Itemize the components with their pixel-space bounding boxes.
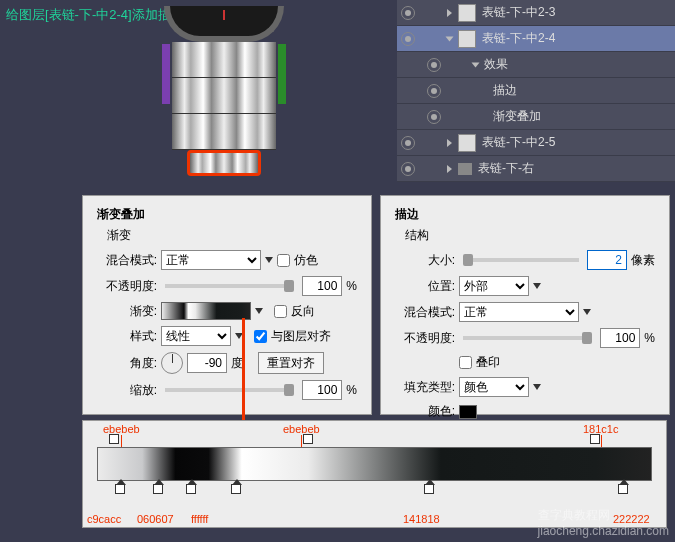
effect-stroke-row[interactable]: 描边 — [397, 78, 675, 104]
opacity-stop[interactable] — [590, 434, 600, 444]
chevron-down-icon[interactable] — [265, 257, 273, 263]
effects-row[interactable]: 效果 — [397, 52, 675, 78]
stop-hex: 181c1c — [583, 423, 618, 435]
layer-thumb — [458, 30, 476, 48]
twirl-icon[interactable] — [447, 165, 452, 173]
dialog-title: 渐变叠加 — [97, 206, 357, 223]
position-select[interactable]: 外部 — [459, 276, 529, 296]
section-label: 结构 — [405, 227, 655, 244]
overprint-checkbox[interactable] — [459, 356, 472, 369]
chevron-down-icon[interactable] — [533, 283, 541, 289]
size-label: 大小: — [395, 252, 455, 269]
stop-hex: ffffff — [191, 513, 208, 525]
reset-align-button[interactable]: 重置对齐 — [258, 352, 324, 374]
scale-label: 缩放: — [97, 382, 157, 399]
scale-slider[interactable] — [165, 388, 294, 392]
stop-hex: 141818 — [403, 513, 440, 525]
angle-dial[interactable] — [161, 352, 183, 374]
folder-icon — [458, 163, 472, 175]
visibility-icon[interactable] — [401, 136, 415, 150]
size-slider[interactable] — [463, 258, 579, 262]
gradient-label: 渐变: — [97, 303, 157, 320]
watermark: 查字典教程网jiaocheng.chazidian.com — [538, 507, 669, 538]
visibility-icon[interactable] — [427, 58, 441, 72]
dither-checkbox[interactable] — [277, 254, 290, 267]
color-label: 颜色: — [395, 403, 455, 420]
dialog-title: 描边 — [395, 206, 655, 223]
layer-row-selected[interactable]: 表链-下-中2-4 — [397, 26, 675, 52]
position-label: 位置: — [395, 278, 455, 295]
color-stop[interactable] — [186, 484, 196, 494]
twirl-icon[interactable] — [447, 9, 452, 17]
layer-thumb — [458, 4, 476, 22]
stroke-dialog: 描边 结构 大小:像素 位置:外部 混合模式:正常 不透明度:% 叠印 填充类型… — [380, 195, 670, 415]
opacity-slider[interactable] — [165, 284, 294, 288]
chevron-down-icon[interactable] — [255, 308, 263, 314]
visibility-icon[interactable] — [427, 84, 441, 98]
effect-gradient-row[interactable]: 渐变叠加 — [397, 104, 675, 130]
blend-mode-label: 混合模式: — [97, 252, 157, 269]
opacity-input[interactable] — [600, 328, 640, 348]
visibility-icon[interactable] — [401, 32, 415, 46]
opacity-label: 不透明度: — [97, 278, 157, 295]
layer-group-row[interactable]: 表链-下-右 — [397, 156, 675, 182]
visibility-icon[interactable] — [427, 110, 441, 124]
color-stop[interactable] — [424, 484, 434, 494]
section-label: 渐变 — [107, 227, 357, 244]
angle-input[interactable] — [187, 353, 227, 373]
opacity-label: 不透明度: — [395, 330, 455, 347]
layer-row[interactable]: 表链-下-中2-5 — [397, 130, 675, 156]
twirl-icon[interactable] — [447, 139, 452, 147]
visibility-icon[interactable] — [401, 6, 415, 20]
stop-hex: c9cacc — [87, 513, 121, 525]
opacity-slider[interactable] — [463, 336, 592, 340]
watch-preview — [152, 6, 296, 190]
blend-mode-label: 混合模式: — [395, 304, 455, 321]
color-stop[interactable] — [115, 484, 125, 494]
gradient-bar[interactable] — [97, 447, 652, 481]
opacity-stop[interactable] — [109, 434, 119, 444]
color-stop[interactable] — [618, 484, 628, 494]
style-select[interactable]: 线性 — [161, 326, 231, 346]
layer-thumb — [458, 134, 476, 152]
highlighted-link — [187, 150, 261, 176]
opacity-stop[interactable] — [303, 434, 313, 444]
gradient-overlay-dialog: 渐变叠加 渐变 混合模式:正常仿色 不透明度:% 渐变: 反向 样式:线性 与图… — [82, 195, 372, 415]
layer-row[interactable]: 表链-下-中2-3 — [397, 0, 675, 26]
fill-type-select[interactable]: 颜色 — [459, 377, 529, 397]
reverse-checkbox[interactable] — [274, 305, 287, 318]
color-swatch[interactable] — [459, 405, 477, 419]
color-stop[interactable] — [231, 484, 241, 494]
blend-mode-select[interactable]: 正常 — [161, 250, 261, 270]
angle-label: 角度: — [97, 355, 157, 372]
fill-type-label: 填充类型: — [395, 379, 455, 396]
gradient-preview[interactable] — [161, 302, 251, 320]
chevron-down-icon[interactable] — [533, 384, 541, 390]
scale-input[interactable] — [302, 380, 342, 400]
opacity-input[interactable] — [302, 276, 342, 296]
color-stop[interactable] — [153, 484, 163, 494]
stop-hex: ebebeb — [283, 423, 320, 435]
twirl-icon[interactable] — [446, 36, 454, 41]
layers-panel: 表链-下-中2-3 表链-下-中2-4 效果 描边 渐变叠加 表链-下-中2-5… — [397, 0, 675, 182]
size-input[interactable] — [587, 250, 627, 270]
style-label: 样式: — [97, 328, 157, 345]
blend-mode-select[interactable]: 正常 — [459, 302, 579, 322]
stop-hex: 060607 — [137, 513, 174, 525]
twirl-icon[interactable] — [472, 62, 480, 67]
align-checkbox[interactable] — [254, 330, 267, 343]
chevron-down-icon[interactable] — [583, 309, 591, 315]
visibility-icon[interactable] — [401, 162, 415, 176]
